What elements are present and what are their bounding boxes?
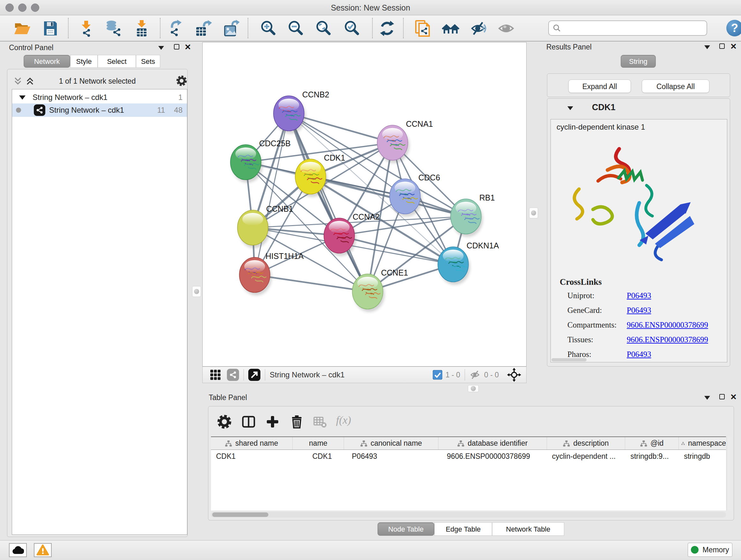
table-gear-icon[interactable] [217,414,232,429]
open-in-new-window-icon[interactable] [248,369,260,381]
main-toolbar: ? [0,15,741,42]
tab-network[interactable]: Network [23,55,70,68]
node-CDKN1A[interactable] [438,247,470,285]
save-session-button[interactable] [42,19,59,37]
protein-section-expander-icon[interactable] [567,106,573,110]
tab-edge-table[interactable]: Edge Table [434,522,492,536]
tab-style[interactable]: Style [70,55,98,68]
hide-selected-button[interactable] [469,19,487,37]
column-header-description[interactable]: description [547,437,625,449]
cell-shared-name[interactable]: CDK1 [211,450,293,462]
crosslink-link-compartments[interactable]: 9606.ENSP00000378699 [627,320,708,329]
export-table-button[interactable] [194,19,212,37]
table-panel-float-icon[interactable] [719,394,725,399]
network-row-selected[interactable]: String Network – cdk1 11 48 [12,104,187,117]
help-button[interactable]: ? [726,20,741,37]
search-input[interactable] [561,23,706,33]
network-options-gear-icon[interactable] [176,75,187,86]
cell-name[interactable]: CDK1 [293,450,344,462]
warning-status-button[interactable] [34,543,52,557]
table-add-icon[interactable] [265,414,280,429]
tab-sets[interactable]: Sets [136,55,160,68]
show-all-button[interactable] [497,19,515,37]
fit-content-crosshair-icon[interactable] [507,368,521,382]
cell-database-identifier[interactable]: 9606.ENSP00000378699 [439,450,547,462]
import-network-button[interactable] [77,19,95,37]
control-panel-close-icon[interactable]: ✕ [185,44,191,50]
node-CCNB2[interactable] [273,96,306,134]
network-canvas[interactable]: CCNB2CCNA1CDC25BCDK1CDC6RB1CCNB1CCNA2CDK… [202,42,527,367]
bottom-splitter-handle[interactable] [468,385,479,392]
results-panel-float-icon[interactable] [719,44,725,49]
edge-CCNB2-CCNE1[interactable] [289,113,367,292]
cell-namespace[interactable]: stringdb [679,450,726,462]
column-tree-icon [640,440,647,447]
tab-network-table[interactable]: Network Table [492,522,564,536]
table-panel-close-icon[interactable]: ✕ [730,394,737,400]
right-splitter-handle[interactable] [529,207,538,219]
cell-canonical-name[interactable]: P06493 [344,450,439,462]
table-row[interactable]: CDK1 CDK1 P06493 9606.ENSP00000378699 cy… [211,450,726,462]
import-table-button[interactable] [133,19,151,37]
column-header-shared-name[interactable]: shared name [211,437,293,449]
zoom-fit-button[interactable] [314,19,332,37]
tab-select[interactable]: Select [98,55,136,68]
crosslink-link-uniprot[interactable]: P06493 [627,291,651,300]
edge-HIST1H1A-CCNE1[interactable] [255,275,367,292]
crosslink-link-tissues[interactable]: 9606.ENSP00000378699 [627,335,708,344]
table-vscrollbar[interactable] [727,436,732,510]
import-network-from-database-button[interactable] [105,19,122,37]
table-columns-icon[interactable] [241,414,256,429]
table-hscrollbar-thumb[interactable] [212,512,268,517]
details-hscrollbar[interactable] [551,358,587,361]
table-hscrollbar[interactable] [211,512,726,517]
memory-button[interactable]: Memory [688,543,732,557]
tab-node-table[interactable]: Node Table [378,522,434,536]
network-collection-row[interactable]: String Network – cdk1 1 [12,91,187,104]
column-header-namespace[interactable]: namespace [679,437,726,449]
collapse-all-button[interactable]: Collapse All [642,79,710,93]
table-delete-icon[interactable] [289,414,305,429]
birdseye-grid-icon[interactable] [210,369,221,381]
home-networks-button[interactable] [442,19,460,37]
zoom-selected-button[interactable] [343,19,360,37]
node-HIST1H1A[interactable] [239,257,272,295]
table-panel-collapse-icon[interactable] [704,396,710,400]
tab-string[interactable]: String [621,55,656,68]
collection-expander-icon[interactable] [19,96,25,100]
column-header-id[interactable]: @id [625,437,679,449]
column-header-name[interactable]: name [293,437,344,449]
node-CDC25B[interactable] [230,145,263,183]
node-RB1[interactable] [451,199,483,237]
refresh-view-button[interactable] [378,19,396,37]
cloud-status-button[interactable] [9,543,27,557]
selected-checkbox-icon[interactable] [433,370,442,380]
control-panel-float-icon[interactable] [174,44,179,50]
crosslink-link-genecard[interactable]: P06493 [627,306,651,315]
share-document-button[interactable] [413,19,431,37]
column-header-database-identifier[interactable]: database identifier [439,437,547,449]
left-splitter-handle[interactable] [192,286,201,297]
edge-CCNB2-HIST1H1A[interactable] [255,113,289,275]
hidden-eye-icon[interactable] [469,369,481,381]
node-CDK1[interactable] [295,159,327,197]
zoom-in-button[interactable] [259,19,277,37]
column-header-canonical-name[interactable]: canonical name [344,437,439,449]
node-CCNE1[interactable] [352,274,385,312]
node-CDC6[interactable] [390,179,422,217]
edge-CDK1-RB1[interactable] [311,177,466,216]
toolbar-divider [160,18,160,38]
zoom-out-button[interactable] [286,19,305,37]
results-panel-close-icon[interactable]: ✕ [730,44,737,49]
control-panel-collapse-icon[interactable] [158,46,164,50]
node-CCNA1[interactable] [377,125,409,163]
export-network-button[interactable] [167,19,185,37]
export-image-button[interactable] [222,19,240,37]
open-session-button[interactable] [13,19,31,37]
expand-all-button[interactable]: Expand All [568,79,631,93]
cell-id[interactable]: stringdb:9... [625,450,679,462]
results-panel-collapse-icon[interactable] [704,45,710,49]
cell-description[interactable]: cyclin-dependent ... [547,450,625,462]
crosslink-link-pharos[interactable]: P06493 [627,350,651,359]
network-type-icon[interactable] [227,369,239,381]
